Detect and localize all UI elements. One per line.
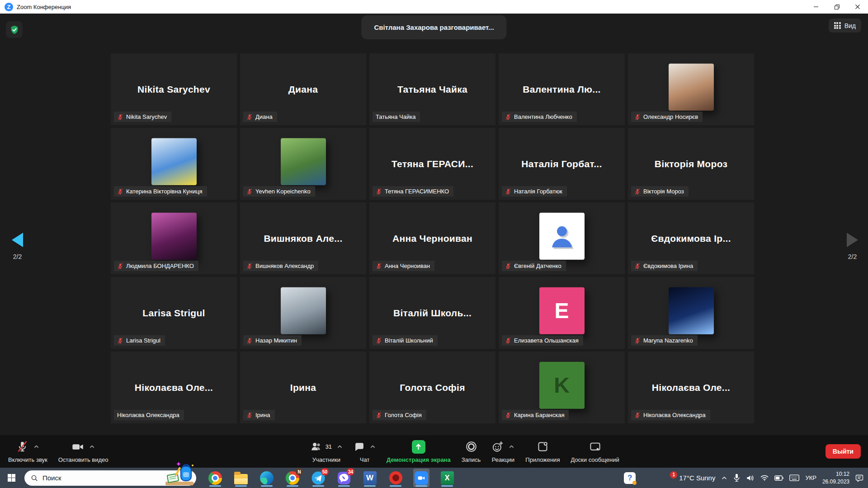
participant-nameplate: Голота Софія <box>373 410 426 420</box>
next-page-control: 2/2 <box>847 233 858 260</box>
participant-tile[interactable]: Вишняков Але... Вишняков Александр <box>240 202 366 274</box>
taskbar-viber-icon[interactable]: 34 <box>336 469 352 487</box>
participant-nameplate: Ніколаєва Олександра <box>631 410 710 420</box>
taskbar-chrome-icon[interactable] <box>207 469 223 487</box>
taskbar-opera-icon[interactable] <box>387 469 404 487</box>
participant-tile[interactable]: Maryna Nazarenko <box>628 277 754 349</box>
page-indicator: 2/2 <box>13 253 22 260</box>
weather-widget[interactable]: 1 17°C Sunny <box>662 472 715 484</box>
meeting-security-shield[interactable] <box>6 21 23 38</box>
participants-button[interactable]: 31 Участники <box>306 438 347 465</box>
share-screen-button[interactable]: Демонстрация экрана <box>382 438 455 465</box>
participant-nameplate: Валентина Любченко <box>502 112 577 122</box>
start-button[interactable] <box>4 469 19 487</box>
toolbar-button-label: Приложения <box>525 456 560 463</box>
leave-button[interactable]: Выйти <box>826 444 861 459</box>
participants-grid: Nikita Sarychev Nikita SarychevДиана Диа… <box>111 53 754 423</box>
reactions-icon <box>491 441 504 453</box>
participant-tile[interactable]: Наталія Горбат... Наталія Горбатюк <box>499 128 625 200</box>
help-app-icon[interactable]: ? <box>624 472 636 484</box>
participant-tile[interactable]: Татьяна ЧайкаТатьяна Чайка <box>369 53 495 125</box>
taskbar-chrome-icon[interactable]: N <box>284 469 301 487</box>
reactions-options-chevron-icon[interactable] <box>509 444 514 450</box>
active-speaker-banner: Світлана Захарова разговаривает... <box>361 15 506 39</box>
next-page-arrow-icon[interactable] <box>847 233 858 247</box>
tray-speaker-icon[interactable] <box>746 474 755 482</box>
participant-tile[interactable]: Вікторія Мороз Вікторія Мороз <box>628 128 754 200</box>
zoom-logo-icon: Z <box>5 3 13 11</box>
participant-tile[interactable]: Катерина Вікторівна Куниця <box>111 128 237 200</box>
taskbar-telegram-icon[interactable]: 50 <box>310 469 326 487</box>
participant-tile[interactable]: E Елизавета Ольшанская <box>499 277 625 349</box>
participants-options-chevron-icon[interactable] <box>337 444 343 450</box>
tray-chevron-up-icon[interactable] <box>721 475 727 481</box>
participant-tile[interactable]: Віталій Школь... Віталій Школьний <box>369 277 495 349</box>
whiteboards-button[interactable]: Доски сообщений <box>566 438 623 465</box>
unmute-button[interactable]: Включить звук <box>4 438 52 465</box>
muted-mic-icon <box>634 114 641 120</box>
weather-icon: 1 <box>662 472 675 484</box>
toolbar-button-label: Участники <box>312 456 340 463</box>
participant-tile[interactable]: Анна Черноиван Анна Черноиван <box>369 202 495 274</box>
participant-tile[interactable]: Диана Диана <box>240 53 366 125</box>
minimize-button[interactable] <box>806 0 826 14</box>
participant-name-label: Карина Баранская <box>514 412 564 418</box>
participant-tile[interactable]: Ніколаєва Оле... Ніколаєва Олександра <box>628 352 754 423</box>
muted-mic-icon <box>634 188 641 195</box>
chat-icon <box>354 441 365 452</box>
participant-tile[interactable]: Тетяна ГЕРАСИ... Тетяна ГЕРАСИМЕНКО <box>369 128 495 200</box>
participant-nameplate: Тетяна ГЕРАСИМЕНКО <box>373 186 453 197</box>
search-placeholder: Поиск <box>42 474 61 482</box>
chat-button[interactable]: Чат <box>349 438 380 465</box>
participant-tile[interactable]: Yevhen Kopeichenko <box>240 128 366 200</box>
participant-tile[interactable]: Голота Софія Голота Софія <box>369 352 495 423</box>
participant-tile[interactable]: Назар Микитин <box>240 277 366 349</box>
previous-page-arrow-icon[interactable] <box>12 233 23 247</box>
window-titlebar: Z Zoom Конференция <box>0 0 868 14</box>
taskbar-zoom-icon[interactable] <box>413 469 429 487</box>
participant-tile[interactable]: Ірина Ірина <box>240 352 366 423</box>
taskbar-edge-icon[interactable] <box>259 469 275 487</box>
participant-tile[interactable]: Nikita Sarychev Nikita Sarychev <box>111 53 237 125</box>
tray-network-icon[interactable] <box>760 474 769 481</box>
grid-view-icon <box>834 22 841 29</box>
participant-tile[interactable]: Валентина Лю... Валентина Любченко <box>499 53 625 125</box>
record-button[interactable]: Запись <box>457 438 486 465</box>
tray-battery-icon[interactable] <box>774 475 783 481</box>
chat-options-chevron-icon[interactable] <box>370 444 376 450</box>
language-indicator[interactable]: УКР <box>805 474 816 481</box>
view-button[interactable]: Вид <box>829 19 861 33</box>
stop-video-options-chevron-icon[interactable] <box>89 444 95 450</box>
participant-tile[interactable]: Larisa Strigul Larisa Strigul <box>111 277 237 349</box>
running-indicator <box>364 485 376 487</box>
participant-tile[interactable]: Євгеній Датченко <box>499 202 625 274</box>
participant-name-label: Євгеній Датченко <box>514 263 561 269</box>
participant-tile[interactable]: Ніколаєва Оле...Ніколаєва Олександра <box>111 352 237 423</box>
taskbar-search-box[interactable]: Поиск <box>24 470 196 486</box>
participant-tile[interactable]: K Карина Баранская <box>499 352 625 423</box>
taskbar-excel-icon[interactable]: X <box>439 469 455 487</box>
stop-video-button[interactable]: Остановить видео <box>54 438 113 465</box>
reactions-button[interactable]: Реакции <box>487 438 519 465</box>
taskbar-file-explorer-icon[interactable] <box>233 469 249 487</box>
participant-tile[interactable]: Людмила БОНДАРЕНКО <box>111 202 237 274</box>
unmute-options-chevron-icon[interactable] <box>33 444 39 450</box>
participant-tile[interactable]: Олександр Носирєв <box>628 53 754 125</box>
participant-name-label: Ірина <box>255 412 270 418</box>
apps-button[interactable]: Приложения <box>521 438 564 465</box>
participant-tile[interactable]: Євдокимова Ір... Євдокимова Ірина <box>628 202 754 274</box>
tray-keyboard-icon[interactable] <box>789 474 799 481</box>
participant-name-label: Євдокимова Ірина <box>643 263 693 269</box>
notification-center-icon[interactable] <box>855 474 863 482</box>
close-button[interactable] <box>847 0 868 14</box>
participant-name-label: Вишняков Александр <box>255 263 314 269</box>
participant-nameplate: Євгеній Датченко <box>502 261 566 271</box>
participant-name-label: Віталій Школьний <box>385 337 433 344</box>
taskbar-clock[interactable]: 10:12 26.09.2023 <box>822 470 849 485</box>
outdoor-man-photo <box>281 138 326 185</box>
restore-button[interactable] <box>826 0 847 14</box>
toolbar-button-label: Доски сообщений <box>571 456 619 463</box>
tray-microphone-icon[interactable] <box>733 474 740 482</box>
participant-nameplate: Nikita Sarychev <box>114 112 171 122</box>
taskbar-word-icon[interactable]: W <box>362 469 378 487</box>
